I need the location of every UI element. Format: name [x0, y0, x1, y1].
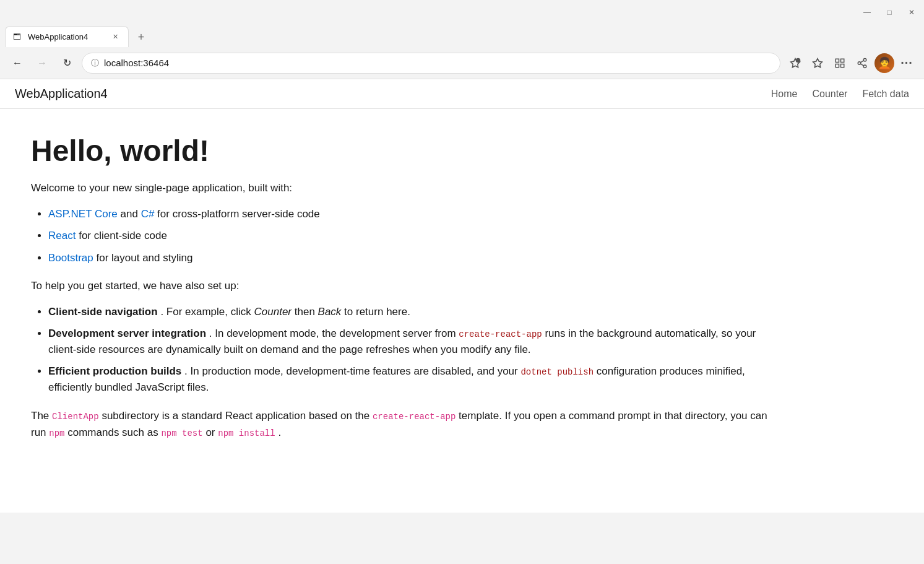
npm-install-code: npm install — [218, 428, 275, 438]
page-content: WebApplication4 Home Counter Fetch data … — [0, 79, 924, 513]
address-bar: ← → ↻ ⓘ localhost:36464 + — [0, 47, 924, 79]
collections-button[interactable] — [830, 53, 850, 73]
close-window-button[interactable]: ✕ — [907, 7, 917, 17]
tech-list-item-bootstrap: Bootstrap for layout and styling — [48, 250, 774, 266]
url-bar[interactable]: ⓘ localhost:36464 — [82, 53, 780, 74]
aspnet-rest: for cross-platform server-side code — [157, 208, 320, 220]
refresh-button[interactable]: ↻ — [57, 53, 77, 73]
csharp-link[interactable]: C# — [141, 208, 155, 220]
last-para-text5: or — [205, 427, 218, 438]
aspnet-connector: and — [121, 208, 141, 220]
feature-2-text1: . In development mode, the development s… — [209, 328, 459, 339]
create-react-app-code-2: create-react-app — [373, 412, 456, 422]
forward-button[interactable]: → — [32, 53, 52, 73]
react-link[interactable]: React — [48, 230, 76, 241]
svg-point-8 — [863, 58, 866, 61]
svg-marker-3 — [813, 58, 823, 67]
nav-link-fetch-data[interactable]: Fetch data — [862, 89, 909, 100]
tab-favicon-icon: 🗔 — [13, 32, 23, 42]
feature-1-text2: then — [295, 306, 318, 318]
bootstrap-rest: for layout and styling — [97, 252, 193, 264]
svg-rect-6 — [835, 64, 839, 67]
add-to-favorites-button[interactable]: + — [785, 53, 805, 73]
create-react-app-code-1: create-react-app — [459, 329, 542, 339]
feature-list: Client-side navigation . For example, cl… — [31, 304, 774, 396]
security-icon: ⓘ — [91, 58, 99, 69]
svg-point-9 — [858, 61, 861, 64]
url-text: localhost:36464 — [104, 58, 771, 68]
app-nav-links: Home Counter Fetch data — [771, 89, 909, 100]
main-content: Hello, world! Welcome to your new single… — [0, 109, 805, 466]
browser-chrome: — □ ✕ 🗔 WebApplication4 ✕ + ← → ↻ ⓘ loca… — [0, 0, 924, 79]
feature-dev-server: Development server integration . In deve… — [48, 326, 774, 357]
help-intro: To help you get started, we have also se… — [31, 278, 774, 294]
tech-list-item-aspnet: ASP.NET Core and C# for cross-platform s… — [48, 206, 774, 222]
app-brand[interactable]: WebApplication4 — [15, 87, 108, 101]
last-para-text1: The — [31, 410, 52, 422]
svg-text:+: + — [797, 59, 799, 63]
share-button[interactable] — [852, 53, 872, 73]
svg-rect-5 — [841, 59, 844, 62]
last-para-text4: commands such as — [67, 427, 161, 438]
feature-1-italic2: Back — [318, 306, 342, 318]
minimize-button[interactable]: — — [862, 7, 872, 17]
feature-1-text1: . For example, click — [160, 306, 254, 318]
last-paragraph: The ClientApp subdirectory is a standard… — [31, 407, 774, 441]
svg-line-12 — [860, 60, 863, 62]
page-heading: Hello, world! — [31, 134, 774, 168]
title-bar: — □ ✕ — [0, 0, 924, 25]
new-tab-button[interactable]: + — [131, 27, 151, 47]
tab-close-button[interactable]: ✕ — [110, 32, 121, 43]
aspnet-core-link[interactable]: ASP.NET Core — [48, 208, 118, 220]
settings-more-button[interactable]: ··· — [897, 53, 917, 73]
svg-line-11 — [860, 64, 863, 66]
feature-1-italic1: Counter — [254, 306, 291, 318]
feature-efficient-builds: Efficient production builds . In product… — [48, 363, 774, 395]
intro-text: Welcome to your new single-page applicat… — [31, 180, 774, 196]
svg-point-10 — [863, 65, 866, 68]
tab-title: WebApplication4 — [28, 32, 105, 41]
feature-1-text3: to return here. — [344, 306, 410, 318]
tech-list: ASP.NET Core and C# for cross-platform s… — [31, 206, 774, 266]
bootstrap-link[interactable]: Bootstrap — [48, 252, 93, 264]
feature-3-bold: Efficient production builds — [48, 365, 181, 377]
svg-rect-4 — [835, 59, 839, 62]
feature-2-bold: Development server integration — [48, 328, 206, 339]
window-controls: — □ ✕ — [862, 7, 917, 17]
active-tab[interactable]: 🗔 WebApplication4 ✕ — [5, 26, 129, 47]
last-para-text6: . — [278, 427, 281, 438]
maximize-button[interactable]: □ — [884, 7, 894, 17]
nav-link-counter[interactable]: Counter — [812, 89, 847, 100]
feature-client-side-nav: Client-side navigation . For example, cl… — [48, 304, 774, 320]
clientapp-code: ClientApp — [52, 412, 99, 422]
npm-test-code: npm test — [161, 428, 202, 438]
feature-3-text1: . In production mode, development-time f… — [184, 365, 520, 377]
npm-code: npm — [49, 428, 64, 438]
tech-list-item-react: React for client-side code — [48, 228, 774, 244]
back-button[interactable]: ← — [7, 53, 27, 73]
app-navbar: WebApplication4 Home Counter Fetch data — [0, 79, 924, 109]
last-para-text2: subdirectory is a standard React applica… — [101, 410, 373, 422]
nav-link-home[interactable]: Home — [771, 89, 798, 100]
react-rest: for client-side code — [79, 230, 167, 241]
favorites-button[interactable] — [808, 53, 827, 73]
tab-bar: 🗔 WebApplication4 ✕ + — [0, 25, 924, 47]
feature-1-bold: Client-side navigation — [48, 306, 158, 318]
profile-button[interactable]: 🧑‍🦱 — [874, 53, 894, 73]
dotnet-publish-code: dotnet publish — [520, 367, 594, 377]
browser-actions: + — [785, 53, 917, 73]
svg-rect-7 — [841, 64, 844, 67]
